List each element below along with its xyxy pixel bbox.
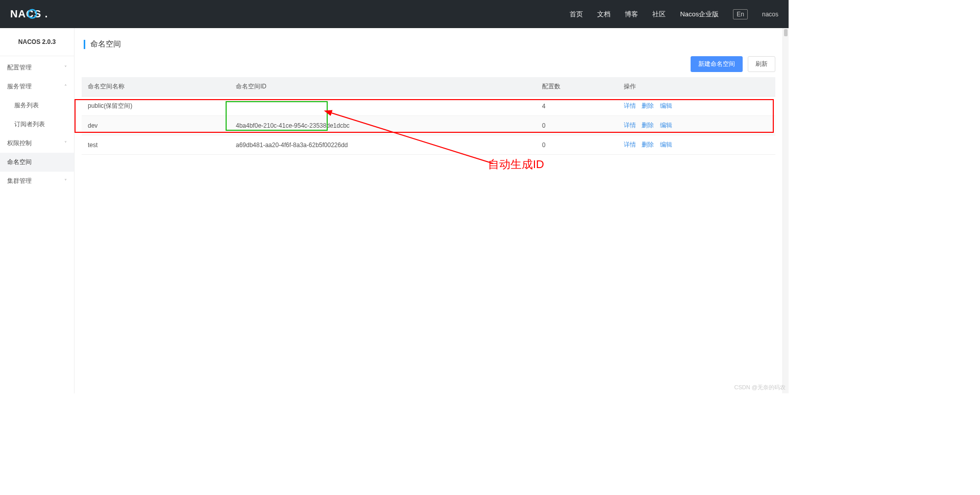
create-namespace-button[interactable]: 新建命名空间: [691, 56, 743, 72]
sidebar-item-label: 服务列表: [14, 101, 39, 110]
sidebar-item-service-list[interactable]: 服务列表: [0, 96, 74, 115]
sidebar-item-label: 订阅者列表: [14, 120, 45, 129]
nav-blog[interactable]: 博客: [625, 10, 638, 19]
toolbar: 新建命名空间 刷新: [82, 56, 775, 72]
table-header-row: 命名空间名称 命名空间ID 配置数 操作: [82, 77, 775, 97]
cell-ops: 详情 删除 编辑: [618, 97, 775, 116]
refresh-button[interactable]: 刷新: [748, 56, 775, 72]
edit-link[interactable]: 编辑: [660, 141, 672, 148]
scrollbar-thumb[interactable]: [784, 29, 788, 36]
col-header-name: 命名空间名称: [82, 77, 230, 97]
col-header-count: 配置数: [536, 77, 618, 97]
detail-link[interactable]: 详情: [624, 122, 636, 129]
sidebar-item-label: 配置管理: [7, 63, 32, 72]
cell-count: 0: [536, 135, 618, 155]
nav-docs[interactable]: 文档: [597, 10, 610, 19]
cell-name: public(保留空间): [82, 97, 230, 116]
cell-id: a69db481-aa20-4f6f-8a3a-62b5f00226dd: [230, 135, 536, 155]
sidebar-item-config[interactable]: 配置管理 ˅: [0, 58, 74, 77]
sidebar-item-label: 命名空间: [7, 158, 32, 167]
delete-link[interactable]: 删除: [642, 122, 654, 129]
scrollbar[interactable]: [782, 28, 789, 393]
namespace-table: 命名空间名称 命名空间ID 配置数 操作 public(保留空间) 4 详情 删…: [82, 77, 775, 155]
sidebar-item-subscriber-list[interactable]: 订阅者列表: [0, 115, 74, 134]
edit-link[interactable]: 编辑: [660, 122, 672, 129]
cell-id: [230, 97, 536, 116]
edit-link[interactable]: 编辑: [660, 102, 672, 109]
user-menu[interactable]: nacos: [762, 11, 778, 18]
nav-enterprise[interactable]: Nacos企业版: [680, 10, 719, 19]
app-viewport: NACS. 首页 文档 博客 社区 Nacos企业版 En nacos NACO…: [0, 0, 789, 393]
sidebar-menu: 配置管理 ˅ 服务管理 ˄ 服务列表 订阅者列表 权限控制 ˅: [0, 56, 74, 191]
page-title-bar: 命名空间: [82, 35, 775, 56]
cell-ops: 详情 删除 编辑: [618, 116, 775, 135]
nav-home[interactable]: 首页: [570, 10, 583, 19]
table-row: test a69db481-aa20-4f6f-8a3a-62b5f00226d…: [82, 135, 775, 155]
sidebar-item-cluster[interactable]: 集群管理 ˅: [0, 172, 74, 191]
svg-text:.: .: [45, 9, 48, 19]
chevron-down-icon: ˅: [64, 178, 67, 184]
detail-link[interactable]: 详情: [624, 141, 636, 148]
cell-count: 4: [536, 97, 618, 116]
cell-ops: 详情 删除 编辑: [618, 135, 775, 155]
cell-name: test: [82, 135, 230, 155]
body: NACOS 2.0.3 配置管理 ˅ 服务管理 ˄ 服务列表 订阅者列表 权限控…: [0, 28, 789, 393]
delete-link[interactable]: 删除: [642, 141, 654, 148]
chevron-down-icon: ˅: [64, 140, 67, 146]
sidebar: NACOS 2.0.3 配置管理 ˅ 服务管理 ˄ 服务列表 订阅者列表 权限控…: [0, 28, 75, 393]
sidebar-item-label: 权限控制: [7, 139, 32, 148]
lang-toggle[interactable]: En: [733, 9, 748, 19]
chevron-up-icon: ˄: [64, 84, 67, 89]
table-row: public(保留空间) 4 详情 删除 编辑: [82, 97, 775, 116]
main-content: 命名空间 新建命名空间 刷新 命名空间名称 命名空间ID 配置数 操作: [75, 28, 782, 393]
chevron-down-icon: ˅: [64, 65, 67, 70]
page-title: 命名空间: [90, 39, 121, 49]
top-nav: 首页 文档 博客 社区 Nacos企业版 En nacos: [570, 9, 778, 19]
version-label: NACOS 2.0.3: [0, 28, 74, 56]
delete-link[interactable]: 删除: [642, 102, 654, 109]
col-header-id: 命名空间ID: [230, 77, 536, 97]
detail-link[interactable]: 详情: [624, 102, 636, 109]
title-accent-bar: [84, 40, 85, 49]
sidebar-item-namespace[interactable]: 命名空间: [0, 153, 74, 172]
top-header: NACS. 首页 文档 博客 社区 Nacos企业版 En nacos: [0, 0, 789, 28]
cell-id: 4ba4bf0e-210c-41ce-954c-23538de1dcbc: [230, 116, 536, 135]
table-row: dev 4ba4bf0e-210c-41ce-954c-23538de1dcbc…: [82, 116, 775, 135]
sidebar-item-service[interactable]: 服务管理 ˄: [0, 77, 74, 96]
sidebar-item-label: 服务管理: [7, 82, 32, 91]
sidebar-item-permission[interactable]: 权限控制 ˅: [0, 134, 74, 153]
logo: NACS.: [10, 9, 66, 20]
cell-name: dev: [82, 116, 230, 135]
cell-count: 0: [536, 116, 618, 135]
col-header-ops: 操作: [618, 77, 775, 97]
watermark: CSDN @无奈的码农: [734, 384, 786, 391]
sidebar-item-label: 集群管理: [7, 177, 32, 185]
nav-community[interactable]: 社区: [652, 10, 666, 19]
annotation-text: 自动生成ID: [488, 157, 544, 172]
